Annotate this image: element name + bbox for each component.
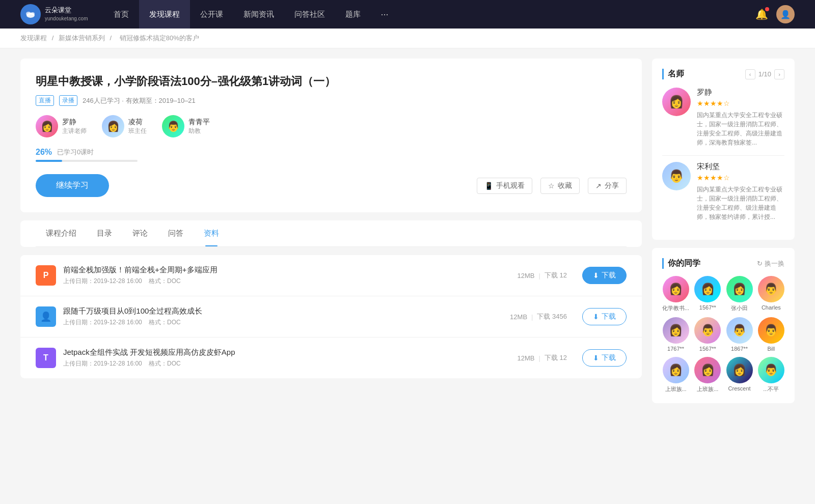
tab-review[interactable]: 评论 <box>122 220 158 246</box>
refresh-btn[interactable]: ↻ 换一换 <box>757 259 784 268</box>
nav-item-news[interactable]: 新闻资讯 <box>233 0 284 29</box>
resource-size-3: 12MB <box>518 354 535 362</box>
svg-point-1 <box>26 12 31 16</box>
classmate-3-avatar[interactable]: 👩 <box>726 276 753 302</box>
user-avatar-nav[interactable]: 👤 <box>776 5 795 23</box>
course-title: 明星中教授课，小学阶段语法100分–强化级第1讲动词（一） <box>36 74 627 89</box>
classmate-9-avatar[interactable]: 👩 <box>663 357 689 383</box>
classmates-grid: 👩 化学教书... 👩 1567** 👩 张小田 👨 Charles 👩 <box>662 276 784 393</box>
resource-size-1: 12MB <box>518 272 535 279</box>
classmate-5-avatar[interactable]: 👩 <box>663 317 689 344</box>
logo[interactable]: 云朵课堂yundouketang.com <box>20 4 88 24</box>
progress-bar-fill <box>36 160 62 162</box>
nav-item-open[interactable]: 公开课 <box>190 0 233 29</box>
teacher-1-info: 罗静 主讲老师 <box>62 118 87 135</box>
download-icon-2: ⬇ <box>593 313 599 321</box>
teacher-3-name: 青青平 <box>188 118 210 127</box>
nav-item-quiz[interactable]: 题库 <box>335 0 371 29</box>
tag-record: 录播 <box>59 95 77 106</box>
nav-item-home[interactable]: 首页 <box>103 0 139 29</box>
teacher-2-role: 班主任 <box>128 127 147 135</box>
sidebar-teacher-2-info: 宋利坚 ★★★★☆ 国内某重点大学安全工程专业硕士，国家一级注册消防工程师、注册… <box>697 162 784 221</box>
download-btn-2[interactable]: ⬇ 下载 <box>582 308 627 325</box>
classmate-6-avatar[interactable]: 👨 <box>694 317 721 344</box>
teachers-prev-btn[interactable]: ‹ <box>745 69 755 79</box>
breadcrumb-series[interactable]: 新媒体营销系列 <box>59 34 105 42</box>
classmate-8-name: Bill <box>768 346 775 352</box>
tabs-card: 课程介绍 目录 评论 问答 资料 <box>20 220 642 247</box>
teachers-next-btn[interactable]: › <box>774 69 784 79</box>
tab-catalog[interactable]: 目录 <box>87 220 122 246</box>
nav-items: 首页 发现课程 公开课 新闻资讯 问答社区 题库 ··· <box>103 0 755 29</box>
classmates-header: 你的同学 ↻ 换一换 <box>662 258 784 269</box>
classmate-5: 👩 1767** <box>662 317 689 352</box>
progress-bar-bg <box>36 160 138 162</box>
sidebar-teacher-1-info: 罗静 ★★★★☆ 国内某重点大学安全工程专业硕士，国家一级注册消防工程师、注册安… <box>697 88 784 147</box>
teacher-2-info: 凌荷 班主任 <box>128 118 147 135</box>
teacher-2-name: 凌荷 <box>128 118 147 127</box>
course-meta: 直播 录播 246人已学习 · 有效期至：2019–10–21 <box>36 95 627 106</box>
tab-qa[interactable]: 问答 <box>158 220 194 246</box>
classmate-7-avatar[interactable]: 👨 <box>726 317 753 344</box>
sidebar-teacher-2-stars: ★★★★☆ <box>697 174 784 182</box>
sidebar-teacher-2-avatar: 👨 <box>662 162 691 190</box>
classmate-10-avatar[interactable]: 👩 <box>694 357 721 383</box>
classmate-8: 👨 Bill <box>758 317 784 352</box>
share-label: 分享 <box>605 181 619 190</box>
resource-title-2: 跟随千万级项目从0到100全过程高效成长 <box>63 306 495 316</box>
teacher-1-name: 罗静 <box>62 118 87 127</box>
left-content: 明星中教授课，小学阶段语法100分–强化级第1讲动词（一） 直播 录播 246人… <box>20 59 642 411</box>
classmate-2-avatar[interactable]: 👩 <box>694 276 721 302</box>
sidebar-teacher-1-avatar: 👩 <box>662 88 691 116</box>
nav-item-qa[interactable]: 问答社区 <box>284 0 335 29</box>
sidebar-teacher-1-name: 罗静 <box>697 88 784 97</box>
resource-meta-1: 上传日期：2019-12-28 16:00 格式：DOC <box>63 277 502 286</box>
breadcrumb-sep-1: / <box>52 34 56 42</box>
teacher-1-role: 主讲老师 <box>62 127 87 135</box>
refresh-label: 换一换 <box>765 259 784 268</box>
classmate-6: 👨 1567** <box>694 317 721 352</box>
favorite-label: 收藏 <box>558 181 572 190</box>
teachers-page: 1/10 <box>758 70 771 78</box>
teachers-row: 👩 罗静 主讲老师 👩 凌荷 班主任 👨 <box>36 115 627 137</box>
classmate-1-avatar[interactable]: 👩 <box>663 276 689 302</box>
share-btn[interactable]: ↗ 分享 <box>588 178 627 194</box>
resource-stats-1: 12MB | 下载 12 <box>518 271 567 280</box>
teachers-sidebar-header: 名师 ‹ 1/10 › <box>662 69 784 79</box>
logo-text: 云朵课堂yundouketang.com <box>45 6 88 22</box>
action-btns: 📱 手机观看 ☆ 收藏 ↗ 分享 <box>477 178 627 194</box>
navbar: 云朵课堂yundouketang.com 首页 发现课程 公开课 新闻资讯 问答… <box>0 0 815 29</box>
classmate-4-avatar[interactable]: 👨 <box>758 276 784 302</box>
continue-button[interactable]: 继续学习 <box>36 174 109 197</box>
sidebar-teacher-2-desc: 国内某重点大学安全工程专业硕士，国家一级注册消防工程师、注册安全工程师、级注册建… <box>697 185 784 221</box>
sidebar-teacher-1-stars: ★★★★☆ <box>697 99 784 107</box>
nav-item-more[interactable]: ··· <box>371 0 399 29</box>
resource-icon-2: 👤 <box>36 306 56 327</box>
classmate-10-name: 上班族... <box>697 385 718 393</box>
download-btn-3[interactable]: ⬇ 下载 <box>582 349 627 367</box>
breadcrumb-home[interactable]: 发现课程 <box>20 34 47 42</box>
mobile-icon: 📱 <box>484 182 493 190</box>
notification-dot <box>765 7 769 11</box>
nav-item-discover[interactable]: 发现课程 <box>139 0 190 29</box>
progress-section: 26% 已学习0课时 <box>36 148 627 162</box>
classmate-8-avatar[interactable]: 👨 <box>758 317 784 344</box>
star-icon: ☆ <box>548 182 555 190</box>
classmate-1: 👩 化学教书... <box>662 276 689 312</box>
classmate-12-avatar[interactable]: 👨 <box>758 357 784 383</box>
resource-info-1: 前端全栈加强版！前端全栈+全周期+多端应用 上传日期：2019-12-28 16… <box>63 265 502 286</box>
teacher-1: 👩 罗静 主讲老师 <box>36 115 87 137</box>
classmate-11: 👩 Crescent <box>726 357 752 393</box>
mobile-watch-btn[interactable]: 📱 手机观看 <box>477 178 532 194</box>
bell-icon[interactable]: 🔔 <box>755 8 768 20</box>
sidebar-teacher-1: 👩 罗静 ★★★★☆ 国内某重点大学安全工程专业硕士，国家一级注册消防工程师、注… <box>662 88 784 147</box>
classmate-7-name: 1867** <box>731 346 748 352</box>
classmate-11-name: Crescent <box>728 385 751 391</box>
favorite-btn[interactable]: ☆ 收藏 <box>540 178 580 194</box>
download-btn-1[interactable]: ⬇ 下载 <box>582 267 627 284</box>
classmate-4-name: Charles <box>762 304 781 311</box>
tab-intro[interactable]: 课程介绍 <box>36 220 87 246</box>
classmate-11-avatar[interactable]: 👩 <box>726 357 753 383</box>
resource-title-1: 前端全栈加强版！前端全栈+全周期+多端应用 <box>63 265 502 275</box>
tab-material[interactable]: 资料 <box>194 220 229 246</box>
